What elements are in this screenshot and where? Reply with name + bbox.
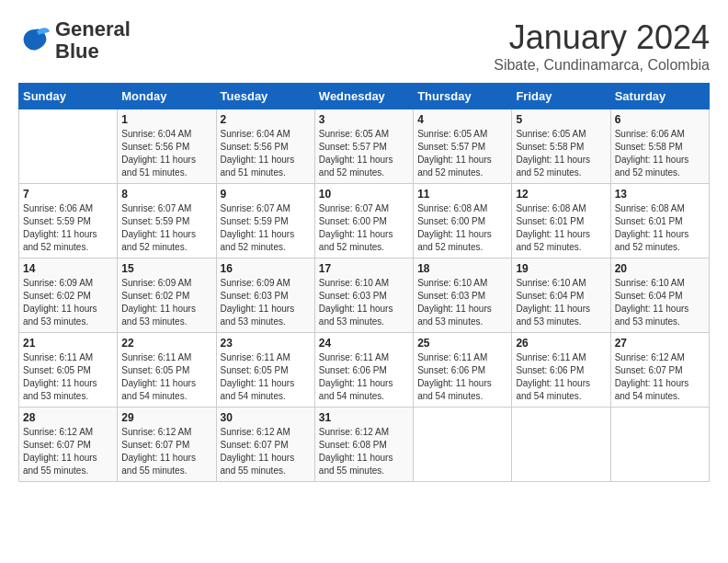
day-number: 29 (121, 411, 211, 424)
day-info: Sunrise: 6:08 AMSunset: 6:00 PMDaylight:… (417, 202, 507, 254)
day-info: Sunrise: 6:10 AMSunset: 6:03 PMDaylight:… (417, 277, 507, 328)
day-number: 4 (417, 113, 507, 126)
calendar-day-cell: 7Sunrise: 6:06 AMSunset: 5:59 PMDaylight… (19, 184, 118, 259)
calendar-day-cell (610, 408, 709, 482)
calendar-day-cell (19, 109, 118, 184)
calendar-header-row: SundayMondayTuesdayWednesdayThursdayFrid… (19, 84, 710, 109)
day-of-week-header: Wednesday (314, 84, 413, 109)
day-of-week-header: Sunday (19, 84, 118, 109)
logo-blue: Blue (55, 40, 99, 63)
title-block: January 2024 Sibate, Cundinamarca, Colom… (494, 18, 710, 74)
day-of-week-header: Saturday (610, 84, 709, 109)
day-info: Sunrise: 6:06 AMSunset: 5:58 PMDaylight:… (615, 128, 705, 179)
calendar-day-cell: 18Sunrise: 6:10 AMSunset: 6:03 PMDayligh… (414, 259, 512, 333)
calendar-day-cell: 26Sunrise: 6:11 AMSunset: 6:06 PMDayligh… (512, 333, 610, 408)
calendar-day-cell: 11Sunrise: 6:08 AMSunset: 6:00 PMDayligh… (414, 184, 512, 259)
day-number: 7 (23, 188, 113, 201)
day-of-week-header: Tuesday (216, 84, 314, 109)
logo: General Blue (18, 18, 131, 63)
calendar-week-row: 7Sunrise: 6:06 AMSunset: 5:59 PMDaylight… (19, 184, 710, 259)
day-number: 26 (516, 337, 606, 350)
day-info: Sunrise: 6:12 AMSunset: 6:07 PMDaylight:… (23, 426, 113, 477)
day-number: 8 (121, 188, 211, 201)
calendar-week-row: 28Sunrise: 6:12 AMSunset: 6:07 PMDayligh… (19, 408, 710, 482)
day-number: 2 (221, 113, 311, 126)
day-info: Sunrise: 6:11 AMSunset: 6:06 PMDaylight:… (417, 351, 507, 403)
day-number: 15 (121, 262, 211, 275)
day-info: Sunrise: 6:10 AMSunset: 6:04 PMDaylight:… (516, 277, 606, 328)
day-info: Sunrise: 6:05 AMSunset: 5:58 PMDaylight:… (516, 128, 606, 179)
calendar-day-cell: 21Sunrise: 6:11 AMSunset: 6:05 PMDayligh… (19, 333, 118, 408)
calendar-day-cell: 25Sunrise: 6:11 AMSunset: 6:06 PMDayligh… (414, 333, 512, 408)
calendar-table: SundayMondayTuesdayWednesdayThursdayFrid… (18, 83, 710, 482)
day-info: Sunrise: 6:07 AMSunset: 6:00 PMDaylight:… (319, 202, 409, 254)
day-number: 25 (417, 337, 507, 350)
day-number: 13 (615, 188, 705, 201)
calendar-day-cell: 2Sunrise: 6:04 AMSunset: 5:56 PMDaylight… (216, 109, 314, 184)
day-number: 24 (319, 337, 409, 350)
day-info: Sunrise: 6:09 AMSunset: 6:02 PMDaylight:… (121, 277, 211, 328)
day-number: 11 (417, 188, 507, 201)
day-number: 21 (23, 337, 113, 350)
day-number: 18 (417, 262, 507, 275)
calendar-day-cell: 13Sunrise: 6:08 AMSunset: 6:01 PMDayligh… (610, 184, 709, 259)
calendar-week-row: 14Sunrise: 6:09 AMSunset: 6:02 PMDayligh… (19, 259, 710, 333)
location-subtitle: Sibate, Cundinamarca, Colombia (494, 57, 710, 74)
day-number: 31 (319, 411, 409, 424)
day-number: 20 (615, 262, 705, 275)
day-of-week-header: Thursday (414, 84, 512, 109)
day-info: Sunrise: 6:11 AMSunset: 6:05 PMDaylight:… (221, 351, 311, 403)
day-of-week-header: Friday (512, 84, 610, 109)
calendar-day-cell: 12Sunrise: 6:08 AMSunset: 6:01 PMDayligh… (512, 184, 610, 259)
calendar-day-cell: 15Sunrise: 6:09 AMSunset: 6:02 PMDayligh… (118, 259, 216, 333)
day-number: 3 (319, 113, 409, 126)
day-info: Sunrise: 6:12 AMSunset: 6:07 PMDaylight:… (221, 426, 311, 477)
calendar-day-cell: 28Sunrise: 6:12 AMSunset: 6:07 PMDayligh… (19, 408, 118, 482)
calendar-day-cell: 8Sunrise: 6:07 AMSunset: 5:59 PMDaylight… (118, 184, 216, 259)
day-number: 5 (516, 113, 606, 126)
day-number: 1 (121, 113, 211, 126)
calendar-day-cell: 27Sunrise: 6:12 AMSunset: 6:07 PMDayligh… (610, 333, 709, 408)
calendar-day-cell: 20Sunrise: 6:10 AMSunset: 6:04 PMDayligh… (610, 259, 709, 333)
day-info: Sunrise: 6:11 AMSunset: 6:05 PMDaylight:… (23, 351, 113, 403)
calendar-day-cell: 22Sunrise: 6:11 AMSunset: 6:05 PMDayligh… (118, 333, 216, 408)
month-year-title: January 2024 (494, 18, 710, 57)
calendar-day-cell: 6Sunrise: 6:06 AMSunset: 5:58 PMDaylight… (610, 109, 709, 184)
day-info: Sunrise: 6:11 AMSunset: 6:06 PMDaylight:… (319, 351, 409, 403)
day-info: Sunrise: 6:11 AMSunset: 6:06 PMDaylight:… (516, 351, 606, 403)
day-info: Sunrise: 6:08 AMSunset: 6:01 PMDaylight:… (615, 202, 705, 254)
day-info: Sunrise: 6:05 AMSunset: 5:57 PMDaylight:… (319, 128, 409, 179)
day-info: Sunrise: 6:06 AMSunset: 5:59 PMDaylight:… (23, 202, 113, 254)
day-number: 10 (319, 188, 409, 201)
day-number: 12 (516, 188, 606, 201)
day-info: Sunrise: 6:04 AMSunset: 5:56 PMDaylight:… (221, 128, 311, 179)
day-number: 30 (221, 411, 311, 424)
calendar-day-cell: 17Sunrise: 6:10 AMSunset: 6:03 PMDayligh… (314, 259, 413, 333)
day-number: 23 (221, 337, 311, 350)
day-number: 19 (516, 262, 606, 275)
logo-icon (18, 24, 51, 57)
day-number: 6 (615, 113, 705, 126)
day-of-week-header: Monday (118, 84, 216, 109)
day-info: Sunrise: 6:12 AMSunset: 6:07 PMDaylight:… (615, 351, 705, 403)
day-number: 9 (221, 188, 311, 201)
day-number: 27 (615, 337, 705, 350)
day-info: Sunrise: 6:12 AMSunset: 6:08 PMDaylight:… (319, 426, 409, 477)
day-info: Sunrise: 6:10 AMSunset: 6:03 PMDaylight:… (319, 277, 409, 328)
day-number: 17 (319, 262, 409, 275)
day-info: Sunrise: 6:07 AMSunset: 5:59 PMDaylight:… (121, 202, 211, 254)
logo-general: General (55, 17, 131, 40)
day-number: 16 (221, 262, 311, 275)
day-info: Sunrise: 6:10 AMSunset: 6:04 PMDaylight:… (615, 277, 705, 328)
calendar-week-row: 1Sunrise: 6:04 AMSunset: 5:56 PMDaylight… (19, 109, 710, 184)
calendar-day-cell: 24Sunrise: 6:11 AMSunset: 6:06 PMDayligh… (314, 333, 413, 408)
day-info: Sunrise: 6:08 AMSunset: 6:01 PMDaylight:… (516, 202, 606, 254)
calendar-day-cell: 1Sunrise: 6:04 AMSunset: 5:56 PMDaylight… (118, 109, 216, 184)
day-number: 28 (23, 411, 113, 424)
day-info: Sunrise: 6:12 AMSunset: 6:07 PMDaylight:… (121, 426, 211, 477)
day-info: Sunrise: 6:07 AMSunset: 5:59 PMDaylight:… (221, 202, 311, 254)
calendar-day-cell: 30Sunrise: 6:12 AMSunset: 6:07 PMDayligh… (216, 408, 314, 482)
day-info: Sunrise: 6:11 AMSunset: 6:05 PMDaylight:… (121, 351, 211, 403)
day-info: Sunrise: 6:09 AMSunset: 6:03 PMDaylight:… (221, 277, 311, 328)
page-header: General Blue January 2024 Sibate, Cundin… (18, 18, 710, 74)
